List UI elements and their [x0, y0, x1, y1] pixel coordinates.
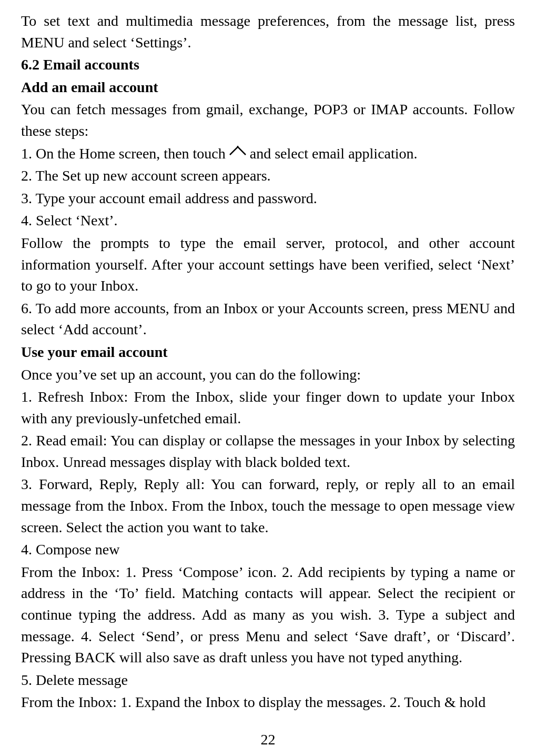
page-number: 22 [21, 729, 515, 751]
step1-text-before: 1. On the Home screen, then touch [21, 145, 229, 162]
heading-email-accounts: 6.2 Email accounts [21, 54, 515, 76]
step1-paragraph: 1. On the Home screen, then touch and se… [21, 143, 515, 165]
step6-paragraph: 6. To add more accounts, from an Inbox o… [21, 298, 515, 341]
use-step4-detail-paragraph: From the Inbox: 1. Press ‘Compose’ icon.… [21, 562, 515, 669]
step1-text-after: and select email application. [246, 145, 418, 162]
home-icon [229, 145, 246, 162]
step3-paragraph: 3. Type your account email address and p… [21, 188, 515, 210]
intro-paragraph: To set text and multimedia message prefe… [21, 11, 515, 53]
use-step3-paragraph: 3. Forward, Reply, Reply all: You can fo… [21, 474, 515, 538]
heading-use-account: Use your email account [21, 342, 515, 363]
use-account-intro: Once you’ve set up an account, you can d… [21, 364, 515, 386]
step4-paragraph: 4. Select ‘Next’. [21, 210, 515, 232]
use-step5-label-paragraph: 5. Delete message [21, 670, 515, 691]
main-content: To set text and multimedia message prefe… [21, 11, 515, 713]
heading-add-account: Add an email account [21, 77, 515, 98]
use-step2-paragraph: 2. Read email: You can display or collap… [21, 430, 515, 473]
use-step5-detail-paragraph: From the Inbox: 1. Expand the Inbox to d… [21, 692, 515, 713]
step2-paragraph: 2. The Set up new account screen appears… [21, 165, 515, 187]
use-step4-label-paragraph: 4. Compose new [21, 539, 515, 561]
step5-followup-paragraph: Follow the prompts to type the email ser… [21, 233, 515, 297]
use-step1-paragraph: 1. Refresh Inbox: From the Inbox, slide … [21, 386, 515, 429]
add-account-intro: You can fetch messages from gmail, excha… [21, 99, 515, 142]
